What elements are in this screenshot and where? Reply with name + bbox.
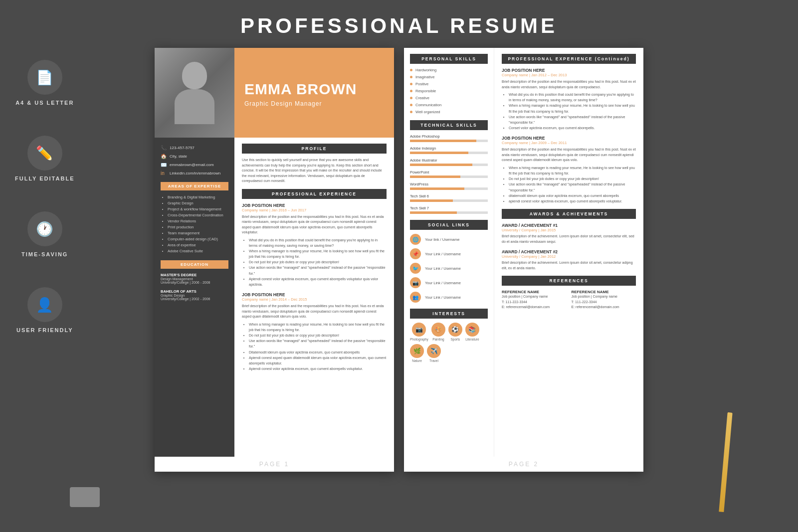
award-org-2: University / Company | Jan 2012: [502, 254, 636, 259]
list-item: Conset volor apictinia excerum, quo cume…: [509, 125, 636, 131]
page1-header: EMMA BROWN Graphic Design Manager: [155, 48, 394, 138]
list-item: Do not just list your job duties or copy…: [249, 259, 387, 265]
list-item: What did you do in this position that co…: [509, 92, 636, 103]
social-link-item: 📷 Your Link / Username: [410, 277, 488, 288]
phone-value: 123-457-5757: [170, 146, 195, 150]
photo-inner: [155, 48, 234, 138]
ref-name-1: REFERENCE NAME: [502, 290, 567, 294]
interest-icon: ✈️: [427, 344, 441, 358]
award-2: AWARD / ACHIEVEMENT #2 University / Comp…: [502, 249, 636, 271]
interest-item: 📚 Literature: [465, 323, 479, 341]
address-value: City, state: [170, 154, 187, 159]
job-company-3: Company name | Jan 2012 – Dec 2013: [502, 73, 636, 77]
job-title-1: JOB POSITION HERE: [242, 203, 387, 208]
list-item: When a hiring manager is reading your re…: [509, 165, 636, 176]
list-item: Use action words like "managed" and "spe…: [509, 114, 636, 125]
list-item: Team management: [168, 230, 228, 236]
skill-bar-fill: [410, 152, 468, 154]
job-block-2: JOB POSITION HERE Company name | Jan 201…: [242, 292, 387, 371]
list-item: When a hiring manager is reading your re…: [249, 248, 387, 259]
skill-bar-item: Adobe Illustrator: [410, 158, 488, 166]
bullet-icon: [410, 83, 412, 85]
skill-bar-fill: [410, 140, 476, 142]
areas-expertise-title: AREAS OF EXPERTISE: [161, 182, 228, 190]
list-item: Apiendi conest volor apictinia excerum, …: [249, 276, 387, 287]
award-title-1: AWARD / ACHIEVEMENT #1: [502, 223, 636, 228]
social-link-item: 📌 Your Link / Username: [410, 248, 488, 259]
skill-bar-bg: [410, 176, 488, 178]
list-item: Use action words like "managed" and "spe…: [249, 265, 387, 276]
social-text: Your Link / Username: [425, 281, 461, 285]
linkedin-value: LinkedIn.com/in/emmabrown: [170, 171, 220, 176]
interest-icon: 📚: [465, 323, 479, 337]
skill-bar-item: PowerPoint: [410, 170, 488, 178]
job-block-3: JOB POSITION HERE Company name | Jan 201…: [502, 68, 636, 131]
linkedin-contact: in LinkedIn.com/in/emmabrown: [161, 171, 228, 176]
list-item: Use action words like "managed" and "spe…: [249, 338, 387, 349]
pages-container: EMMA BROWN Graphic Design Manager 📞 123-…: [0, 48, 798, 487]
page1-main: PROFILE Use this section to quickly sell…: [234, 138, 394, 457]
award-title-2: AWARD / ACHIEVEMENT #2: [502, 249, 636, 254]
social-link-item: 🐦 Your Link / Username: [410, 263, 488, 274]
list-item: Apiendi conest volor apictinia excerum, …: [249, 366, 387, 371]
technical-skills-bars: Adobe Photoshop Adobe Indesign Adobe Ill…: [410, 134, 488, 214]
linkedin-icon: in: [161, 171, 167, 176]
skill-item: Creative: [410, 96, 488, 100]
user-label: USER FRIENDLY: [16, 327, 73, 333]
skill-bar-bg: [410, 140, 488, 142]
job-desc-1: Brief description of the position and th…: [242, 214, 387, 235]
list-item: Apiendi conest asped quam ditatemodit id…: [249, 355, 387, 366]
job-bullets-1: What did you do in this position that co…: [242, 237, 387, 288]
social-text: Your link / Username: [425, 237, 459, 242]
award-desc-2: Brief description of the achievement. Lo…: [502, 260, 636, 271]
contact-section: 📞 123-457-5757 🏠 City, state ✉️ emmabrow…: [161, 145, 228, 176]
list-item: apiendi conest volor apictinia excerum, …: [509, 198, 636, 204]
masters-school: University/College | 2006 - 2008: [161, 281, 228, 284]
bachelor-school: University/College | 2002 - 2006: [161, 297, 228, 301]
skill-name: Adobe Illustrator: [410, 158, 488, 163]
page2-left: PERSONAL SKILLS Hardworking Imaginative …: [404, 48, 494, 457]
expertise-list: Branding & Digital Marketing Graphic Des…: [161, 194, 228, 254]
list-item: Do not just list your job duties or copy…: [249, 333, 387, 338]
social-links-title: SOCIAL LINKS: [410, 220, 488, 230]
interest-icon: ⚽: [448, 323, 462, 337]
skill-bar-bg: [410, 187, 488, 190]
page2-right: PROFESSIONAL EXPERIENCE (Continued) JOB …: [494, 48, 643, 457]
social-text: Your Link / Username: [425, 295, 461, 300]
interest-label: Photography: [410, 338, 428, 341]
interest-label: Nature: [412, 359, 422, 362]
page-2: PERSONAL SKILLS Hardworking Imaginative …: [404, 48, 643, 472]
interest-item: ⚽ Sports: [448, 323, 462, 341]
interest-icon: 📷: [412, 323, 426, 337]
photo-body: [175, 89, 214, 124]
skill-name: Adobe Photoshop: [410, 134, 488, 139]
masters-degree: MASTER'S DEGREE: [161, 273, 228, 277]
time-icon-item: 🕐 TIME-SAVING: [21, 211, 68, 257]
skill-bar-fill: [410, 199, 453, 202]
ref-email-1: E: referencemail@domain.com: [502, 305, 567, 310]
job-desc-2: Brief description of the position and th…: [242, 304, 387, 320]
interest-label: Travel: [429, 359, 438, 362]
interest-item: 📷 Photography: [410, 323, 428, 341]
bullet-icon: [410, 97, 412, 99]
education-bachelor: BAHELOR OF ARTS Graphic Design Universit…: [161, 289, 228, 301]
job-bullets-2: When a hiring manager is reading your re…: [242, 322, 387, 372]
skill-bar-item: Adobe Indesign: [410, 146, 488, 154]
page1-label: PAGE 1: [155, 457, 394, 472]
list-item: Adobe Creative Suite: [168, 248, 228, 254]
social-link-item: 👥 Your Link / Username: [410, 292, 488, 303]
experience-section-title: PROFESSIONAL EXPERIENCE: [242, 189, 387, 199]
social-text: Your Link / Username: [425, 252, 461, 256]
user-icon-item: 👤 USER FRIENDLY: [16, 287, 73, 333]
time-label: TIME-SAVING: [21, 251, 68, 257]
skill-bar-item: WordPress: [410, 182, 488, 190]
ref-position-1: Job position | Company name: [502, 294, 567, 300]
bachelor-field: Graphic Design: [161, 294, 228, 297]
bullet-icon: [410, 90, 412, 92]
ref-phone-2: T: 111-222-3344: [572, 300, 636, 305]
stapler-decoration: [70, 487, 100, 507]
skill-bar-bg: [410, 211, 488, 214]
phone-contact: 📞 123-457-5757: [161, 145, 228, 151]
ref-name-2: REFERENCE NAME: [572, 290, 636, 294]
profile-section-title: PROFILE: [242, 144, 387, 154]
